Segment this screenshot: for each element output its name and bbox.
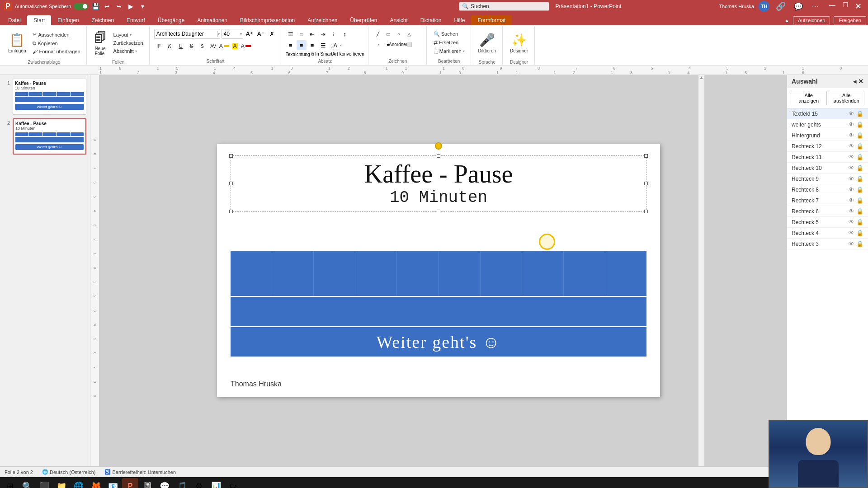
onenote-btn[interactable]: 📓 xyxy=(139,478,156,488)
outlook-btn[interactable]: 📧 xyxy=(105,478,121,488)
neue-folie-large[interactable]: 🗐 NeueFolie xyxy=(91,27,109,59)
handle-tl[interactable] xyxy=(229,154,233,158)
text-color-btn[interactable]: A xyxy=(241,41,251,51)
markieren-btn[interactable]: ⬚ Markieren ▾ xyxy=(431,47,467,55)
numbered-list-btn[interactable]: ≡ xyxy=(297,29,307,39)
einfuegen-btn-large[interactable]: 📋 Einfügen xyxy=(5,27,28,59)
strikethrough-btn[interactable]: S xyxy=(187,41,197,51)
panel-item-rechteck4[interactable]: Rechteck 4 👁 🔒 xyxy=(787,228,868,239)
visibility-icon-rechteck5[interactable]: 👁 xyxy=(849,219,854,225)
visibility-icon-rechteck3[interactable]: 👁 xyxy=(849,240,854,247)
lock-icon-rechteck12[interactable]: 🔒 xyxy=(856,143,863,150)
teams-btn[interactable]: 💬 xyxy=(156,478,173,488)
lock-icon-rechteck7[interactable]: 🔒 xyxy=(856,197,863,204)
smartart-btn[interactable]: ⧉ In SmartArt konvertieren xyxy=(311,52,364,57)
handle-ml[interactable] xyxy=(229,182,233,185)
lock-icon-hintergrund[interactable]: 🔒 xyxy=(856,132,863,139)
redo-qa-btn[interactable]: ↪ xyxy=(114,2,123,11)
panel-item-textfeld15[interactable]: Textfeld 15 👁 🔒 xyxy=(787,108,868,119)
slide-img-1[interactable]: Kaffee - Pause 10 Minuten Weiter geht's … xyxy=(13,79,86,115)
powerpoint-taskbar-btn[interactable]: P xyxy=(122,478,138,488)
tab-animationen[interactable]: Animationen xyxy=(191,15,234,25)
tab-ansicht[interactable]: Ansicht xyxy=(383,15,414,25)
lock-icon-rechteck3[interactable]: 🔒 xyxy=(856,240,863,247)
bold-btn[interactable]: F xyxy=(154,41,164,51)
save-qa-btn[interactable]: 💾 xyxy=(91,2,100,11)
text-direction-btn[interactable]: ↕A xyxy=(329,40,339,50)
anordnen-btn[interactable]: Anordnen xyxy=(394,39,404,49)
lock-icon-rechteck11[interactable]: 🔒 xyxy=(856,154,863,160)
tab-start[interactable]: Start xyxy=(27,15,51,25)
restore-btn[interactable]: ❐ xyxy=(839,1,852,11)
panel-item-hintergrund[interactable]: Hintergrund 👁 🔒 xyxy=(787,130,868,141)
accessibility-status[interactable]: ♿ Barrierefreiheit: Untersuchen xyxy=(104,469,176,475)
visibility-icon-rechteck12[interactable]: 👁 xyxy=(849,143,854,150)
tab-dictation[interactable]: Dictation xyxy=(414,15,448,25)
char-spacing-btn[interactable]: AV xyxy=(208,41,218,51)
firefox-btn[interactable]: 🦊 xyxy=(88,478,104,488)
handle-bl[interactable] xyxy=(229,210,233,213)
panel-item-rechteck11[interactable]: Rechteck 11 👁 🔒 xyxy=(787,152,868,163)
zuruecksetzen-btn[interactable]: Zurücksetzen xyxy=(111,39,146,47)
shape-tri-btn[interactable]: △ xyxy=(404,29,414,39)
more-options-icon[interactable]: ⋯ xyxy=(809,3,821,10)
lock-icon-rechteck9[interactable]: 🔒 xyxy=(856,175,863,182)
tab-datei[interactable]: Datei xyxy=(2,15,27,25)
present-qa-btn[interactable]: ▶ xyxy=(126,2,135,11)
shape-oval-btn[interactable]: ○ xyxy=(394,29,404,39)
visibility-icon-rechteck4[interactable]: 👁 xyxy=(849,230,854,236)
diktieren-btn[interactable]: 🎤 Diktieren xyxy=(476,27,499,59)
panel-item-rechteck8[interactable]: Rechteck 8 👁 🔒 xyxy=(787,184,868,195)
handle-tr[interactable] xyxy=(644,154,648,158)
tab-formformat[interactable]: Formformat xyxy=(471,15,512,25)
italic-btn[interactable]: K xyxy=(165,41,175,51)
lock-icon-rechteck5[interactable]: 🔒 xyxy=(856,219,863,225)
neue-folie-btn[interactable]: 🗐 NeueFolie xyxy=(91,27,109,59)
lock-icon-textfeld15[interactable]: 🔒 xyxy=(856,110,863,117)
increase-font-btn[interactable]: A⁺ xyxy=(245,29,255,39)
suchen-btn[interactable]: 🔍 Suchen xyxy=(431,30,467,38)
language-status[interactable]: 🌐 Deutsch (Österreich) xyxy=(42,469,95,475)
handle-tm[interactable] xyxy=(437,154,440,158)
visibility-icon-rechteck8[interactable]: 👁 xyxy=(849,186,854,193)
more-qa-btn[interactable]: ▾ xyxy=(138,2,147,11)
freigeben-btn[interactable]: Freigeben xyxy=(834,16,866,24)
tab-zeichnen[interactable]: Zeichnen xyxy=(85,15,120,25)
visibility-icon-rechteck10[interactable]: 👁 xyxy=(849,164,854,171)
show-all-btn[interactable]: Alle anzeigen xyxy=(791,91,827,105)
lock-icon-rechteck4[interactable]: 🔒 xyxy=(856,230,863,236)
tab-uebergaenge[interactable]: Übergänge xyxy=(151,15,191,25)
justify-btn[interactable]: ☰ xyxy=(318,40,328,50)
columns-btn[interactable]: ⫶ xyxy=(329,29,339,39)
aufzeichnen-btn[interactable]: Aufzeichnen xyxy=(793,16,830,24)
autosave-toggle[interactable] xyxy=(74,3,88,9)
handle-mr[interactable] xyxy=(644,182,648,185)
panel-close-btn[interactable]: ✕ xyxy=(858,78,863,85)
visibility-icon-rechteck7[interactable]: 👁 xyxy=(849,197,854,204)
kopieren-btn[interactable]: ⧉ Kopieren xyxy=(30,39,82,47)
panel-item-rechteck7[interactable]: Rechteck 7 👁 🔒 xyxy=(787,195,868,206)
rotate-handle[interactable] xyxy=(435,142,442,150)
tab-entwurf[interactable]: Entwurf xyxy=(120,15,151,25)
tab-aufzeichnen[interactable]: Aufzeichnen xyxy=(301,15,344,25)
font-selector[interactable]: Architects Daughter ▾ xyxy=(154,29,220,39)
share-icon[interactable]: 🔗 xyxy=(774,1,788,11)
handle-br[interactable] xyxy=(644,210,648,213)
visibility-icon-rechteck6[interactable]: 👁 xyxy=(849,208,854,215)
search-input[interactable] xyxy=(471,3,546,9)
text-box-selected[interactable]: Kaffee - Pause 10 Minuten xyxy=(231,155,646,212)
visibility-icon-textfeld15[interactable]: 👁 xyxy=(849,110,854,117)
clear-format-btn[interactable]: ✗ xyxy=(267,29,277,39)
shadow-btn[interactable]: S̲ xyxy=(198,41,208,51)
hide-all-btn[interactable]: Alle ausblenden xyxy=(829,91,865,105)
search-box[interactable]: 🔍 xyxy=(459,2,549,11)
font-name[interactable]: Architects Daughter xyxy=(155,31,218,37)
panel-item-rechteck10[interactable]: Rechteck 10 👁 🔒 xyxy=(787,163,868,174)
font-size-selector[interactable]: 40 ▾ xyxy=(222,29,243,39)
visibility-icon-weitergehts[interactable]: 👁 xyxy=(849,121,854,128)
spotify-btn[interactable]: 🎵 xyxy=(174,478,190,488)
underline-btn[interactable]: U xyxy=(176,41,186,51)
comment-icon[interactable]: 💬 xyxy=(792,2,805,11)
handle-bm[interactable] xyxy=(437,210,440,213)
schnellformat-btn[interactable]: ⬜ xyxy=(404,39,414,49)
